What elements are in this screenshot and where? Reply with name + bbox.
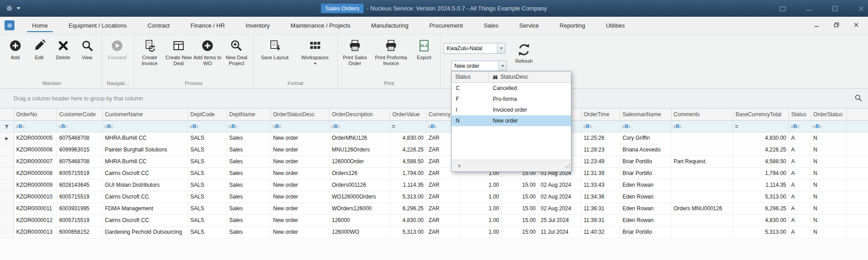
group-by-panel[interactable]: Drag a column header here to group by th…	[0, 89, 868, 109]
grid-cell[interactable]: 11:33:43	[581, 180, 620, 191]
grid-cell[interactable]: ZAR	[426, 203, 459, 214]
grid-cell[interactable]: Part Request.	[671, 156, 733, 167]
tab-procurement[interactable]: Procurement	[419, 17, 473, 34]
refresh-button[interactable]: Refresh	[508, 41, 540, 64]
region-combo[interactable]: KwaZulu-Natal	[443, 43, 505, 54]
grid-cell[interactable]: A	[789, 180, 811, 191]
grid-cell[interactable]: 6005715519	[57, 168, 103, 179]
grid-cell[interactable]: A	[789, 191, 811, 203]
grid-row[interactable]: KZOR00000086005715519Cairns Oscroft CCSA…	[0, 168, 868, 180]
grid-cell[interactable]: Sales	[227, 215, 271, 226]
grid-cell[interactable]: 6005715519	[57, 191, 103, 203]
export-button[interactable]: XLS Export	[411, 35, 437, 61]
tab-sales[interactable]: Sales	[473, 17, 509, 34]
grid-cell[interactable]: SALS	[188, 203, 227, 214]
grid-cell[interactable]: New order	[271, 144, 330, 156]
filter-cell-ordervalue[interactable]: =	[390, 121, 426, 132]
filter-cell-customercode[interactable]: aBc	[57, 121, 103, 132]
dropdown-item-invoiced-order[interactable]: IInvoiced order	[452, 104, 571, 115]
grid-cell[interactable]: A	[789, 168, 811, 179]
grid-cell[interactable]: Briar Portillo	[620, 168, 671, 179]
grid-row[interactable]: KZOR00000076075468708MHRA Burhill CCSALS…	[0, 156, 868, 168]
grid-cell[interactable]: 4,588.50	[733, 156, 789, 167]
grid-cell[interactable]: A	[789, 203, 811, 214]
grid-cell[interactable]: SALS	[188, 227, 227, 238]
column-header-orderstatusdesc[interactable]: OrderStatusDesc	[271, 109, 330, 120]
grid-cell[interactable]: Sales	[227, 180, 271, 191]
grid-cell[interactable]: 15.00	[502, 191, 538, 203]
grid-cell[interactable]: Sales	[227, 191, 271, 203]
grid-cell[interactable]: Briar Portillo	[620, 156, 671, 167]
grid-cell[interactable]: SALS	[188, 156, 227, 167]
grid-cell[interactable]: 11:25:26	[581, 132, 620, 144]
grid-cell[interactable]: 15.00	[502, 180, 538, 191]
grid-cell[interactable]: N	[811, 144, 847, 156]
grid-cell[interactable]: Orders MNU000126	[671, 203, 733, 214]
grid-cell[interactable]: ZAR	[426, 191, 459, 203]
grid-cell[interactable]: 4,588.50	[390, 156, 426, 167]
grid-cell[interactable]: A	[789, 144, 811, 156]
grid-cell[interactable]	[671, 168, 733, 179]
grid-cell[interactable]	[671, 215, 733, 226]
grid-cell[interactable]: 6,296.25	[390, 203, 426, 214]
filter-cell-ordertime[interactable]: aBc	[581, 121, 620, 132]
dropdown-item-pro-forma[interactable]: FPro-forma	[452, 94, 571, 104]
minimize-button[interactable]	[809, 19, 824, 30]
grid-cell[interactable]: 11 Jul 2024	[538, 227, 581, 238]
grid-cell[interactable]: KZOR0000008	[14, 168, 57, 179]
gear-icon[interactable]	[6, 5, 13, 12]
grid-cell[interactable]: KZOR0000012	[14, 215, 57, 226]
tab-service[interactable]: Service	[509, 17, 549, 34]
restore-button[interactable]	[829, 19, 844, 30]
grid-cell[interactable]: N	[811, 132, 847, 144]
grid-cell[interactable]: Eden Rowan	[620, 203, 671, 214]
grid-cell[interactable]: SALS	[188, 168, 227, 179]
grid-cell[interactable]: N	[811, 227, 847, 238]
column-header-comments[interactable]: Comments	[671, 109, 733, 120]
grid-cell[interactable]: Sales	[227, 144, 271, 156]
filter-cell-deptname[interactable]: aBc	[227, 121, 271, 132]
grid-cell[interactable]: New order	[271, 215, 330, 226]
grid-row[interactable]: ▶KZOR00000056075468708MHRA Burhill CCSAL…	[0, 132, 868, 144]
grid-cell[interactable]: 6099963015	[57, 144, 103, 156]
filter-cell-deptcode[interactable]: aBc	[188, 121, 227, 132]
grid-cell[interactable]: 02 Aug 2024	[538, 203, 581, 214]
grid-cell[interactable]: 11:40:32	[581, 227, 620, 238]
grid-row[interactable]: KZOR00000066099963015Painter Burghall So…	[0, 144, 868, 156]
grid-row[interactable]: KZOR00000116003931995FDMA ManagementSALS…	[0, 203, 868, 215]
grid-cell[interactable]	[671, 144, 733, 156]
grid-cell[interactable]: 126000	[330, 215, 390, 226]
column-header-orderstatus[interactable]: OrderStatus	[811, 109, 847, 120]
grid-cell[interactable]: N	[811, 215, 847, 226]
column-header-salesmanname[interactable]: SalesmanName	[620, 109, 671, 120]
grid-cell[interactable]: N	[811, 156, 847, 167]
grid-cell[interactable]: New order	[271, 132, 330, 144]
grid-row[interactable]: KZOR00000136000656152Gardening Pechold O…	[0, 227, 868, 238]
filter-cell-orderdescription[interactable]: aBc	[330, 121, 390, 132]
grid-cell[interactable]: 1,794.00	[733, 168, 789, 179]
grid-cell[interactable]: Orders001126	[330, 180, 390, 191]
tab-contract[interactable]: Contract	[137, 17, 180, 34]
grid-cell[interactable]: 4,226.25	[733, 144, 789, 156]
grid-row[interactable]: KZOR00000096028143645GUI Molan Distribut…	[0, 180, 868, 191]
grid-cell[interactable]: FDMA Management	[103, 203, 188, 214]
grid-cell[interactable]: Sales	[227, 132, 271, 144]
tab-equipment-locations[interactable]: Equipment / Locations	[58, 17, 137, 34]
grid-cell[interactable]: Cairns Oscroft CC	[103, 168, 188, 179]
filter-cell-customername[interactable]: aBc	[103, 121, 188, 132]
grid-cell[interactable]: Cairns Oscroft CC	[103, 191, 188, 203]
grid-cell[interactable]: Sales	[227, 227, 271, 238]
column-header-basecurrencytotal[interactable]: BaseCurrencyTotal	[733, 109, 789, 120]
print-proforma-invoice-button[interactable]: Print Proforma Invoice	[371, 35, 411, 66]
grid-cell[interactable]: New order	[271, 191, 330, 203]
grid-cell[interactable]: 1.00	[459, 227, 502, 238]
grid-cell[interactable]: 4,830.00	[733, 132, 789, 144]
grid-cell[interactable]: New order	[271, 180, 330, 191]
grid-cell[interactable]: Briana Acevedo	[620, 144, 671, 156]
grid-cell[interactable]: WO126000Orders	[330, 191, 390, 203]
grid-cell[interactable]: GUI Molan Distributors	[103, 180, 188, 191]
tab-maintenance-projects[interactable]: Maintenance / Projects	[280, 17, 361, 34]
column-header-orderno[interactable]: OrderNo	[14, 109, 57, 120]
save-layout-button[interactable]: Save Layout	[255, 35, 295, 61]
grid-cell[interactable]: 1,794.00	[390, 168, 426, 179]
